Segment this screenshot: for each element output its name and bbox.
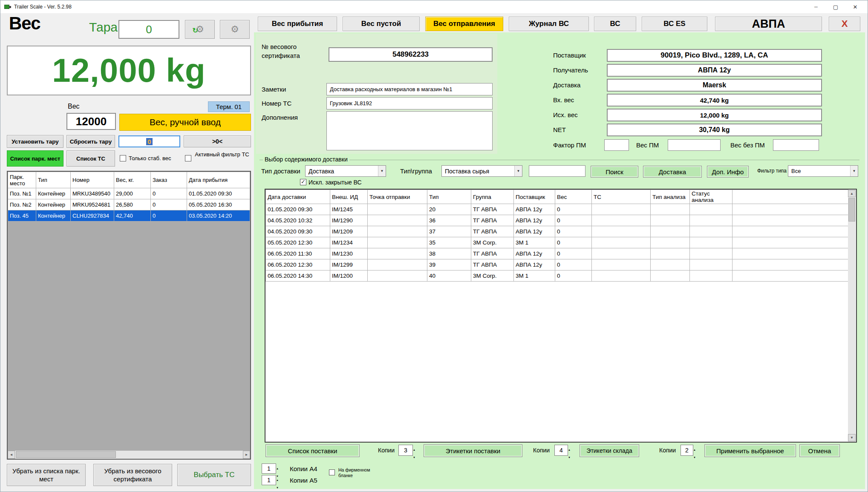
stable-only-checkbox[interactable] bbox=[120, 155, 126, 161]
certificate-number-field[interactable]: 548962233 bbox=[329, 47, 493, 62]
warehouse-labels-button[interactable]: Этикетки склада bbox=[580, 444, 639, 457]
type-filter-select[interactable]: Все bbox=[788, 165, 858, 177]
delivery-type-select[interactable]: Доставка bbox=[305, 165, 386, 177]
type-group-select[interactable]: Поставка сырья bbox=[441, 165, 522, 177]
spin-down-icon[interactable] bbox=[693, 452, 700, 460]
net-field[interactable]: 30,740 kg bbox=[607, 124, 822, 136]
remove-certificate-button[interactable]: Убрать из весового сертификата bbox=[93, 464, 172, 486]
in-weight-field[interactable]: 42,740 kg bbox=[607, 94, 822, 106]
parking-list-button[interactable]: Список парк. мест bbox=[7, 150, 63, 167]
delivery-field[interactable]: Maersk bbox=[607, 79, 822, 92]
manual-weight-button[interactable]: Вес, ручной ввод bbox=[119, 114, 251, 131]
close-icon[interactable] bbox=[845, 0, 865, 13]
minimize-icon[interactable] bbox=[806, 0, 826, 13]
receiver-value: АВПА 12у bbox=[698, 66, 731, 74]
window-title: Trailer Scale - Ver. 5.2.98 bbox=[14, 4, 72, 10]
table-row-selected[interactable]: Поз. 45 Контейнер CLHU2927834 42,740 0 0… bbox=[8, 210, 250, 222]
tab-arrival-weight[interactable]: Вес прибытия bbox=[258, 17, 337, 31]
copies-a4-value: 1 bbox=[262, 463, 276, 474]
cell bbox=[651, 270, 690, 282]
tare-input[interactable]: 0 bbox=[118, 135, 180, 147]
cell: 05.05.2020 12:30 bbox=[266, 237, 330, 248]
tab-departure-weight[interactable]: Вес отправления bbox=[425, 17, 503, 31]
vehicle-number-field[interactable]: Грузовик JL8192 bbox=[326, 97, 493, 109]
calibration-button[interactable] bbox=[185, 20, 215, 39]
chevron-down-icon[interactable] bbox=[514, 166, 522, 176]
copies-a5-value: 1 bbox=[262, 475, 276, 485]
cell bbox=[368, 204, 427, 215]
exclude-closed-checkbox[interactable] bbox=[300, 179, 306, 185]
spin-up-icon[interactable] bbox=[568, 445, 575, 452]
spin-down-icon[interactable] bbox=[568, 452, 575, 460]
scrollbar-thumb[interactable] bbox=[16, 451, 116, 458]
table-row[interactable]: 01.05.2020 09:30 IM/1245 20 ТГ АВПА АВПА… bbox=[266, 204, 848, 215]
remove-parking-button[interactable]: Убрать из списка парк. мест bbox=[7, 464, 86, 486]
table-row[interactable]: 05.05.2020 12:30 IM/1234 35 3M Corp. 3M … bbox=[266, 237, 848, 248]
tab-empty-weight[interactable]: Вес пустой bbox=[343, 17, 420, 31]
scroll-up-icon[interactable] bbox=[848, 190, 856, 197]
copies-a5-stepper[interactable]: 1 bbox=[262, 475, 283, 485]
pm-factor-field[interactable] bbox=[604, 139, 629, 151]
scroll-left-icon[interactable] bbox=[8, 451, 15, 459]
scroll-down-icon[interactable] bbox=[848, 434, 856, 441]
pm-factor-label: Фактор ПМ bbox=[553, 141, 586, 149]
spin-up-icon[interactable] bbox=[276, 475, 283, 483]
select-vehicle-button[interactable]: Выбрать ТС bbox=[177, 464, 251, 486]
spin-up-icon[interactable] bbox=[413, 445, 420, 452]
table-row[interactable]: 06.05.2020 12:30 IM/1299 39 ТГ АВПА АВПА… bbox=[266, 259, 848, 270]
horizontal-scrollbar[interactable] bbox=[8, 451, 250, 459]
table-row[interactable]: 06.05.2020 14:30 IM/1200 40 3M Corp. 3M … bbox=[266, 270, 848, 282]
vertical-scrollbar[interactable] bbox=[848, 190, 856, 441]
copies-a4-stepper[interactable]: 1 bbox=[262, 463, 283, 474]
vehicle-list-button[interactable]: Список ТС bbox=[66, 150, 115, 167]
scroll-right-icon[interactable] bbox=[243, 451, 250, 459]
tab-vs[interactable]: ВС bbox=[594, 17, 636, 31]
chevron-down-icon[interactable] bbox=[850, 166, 858, 176]
zero-button[interactable]: >0< bbox=[184, 135, 251, 147]
cell: АВПА 12у bbox=[514, 226, 555, 237]
copies-stepper-2[interactable]: 4 bbox=[554, 445, 575, 456]
pm-weight-field[interactable] bbox=[668, 139, 721, 151]
tab-close[interactable]: X bbox=[829, 17, 860, 31]
delivery-labels-button[interactable]: Этикетки поставки bbox=[424, 444, 522, 457]
settings-button[interactable] bbox=[220, 20, 250, 39]
spin-up-icon[interactable] bbox=[276, 463, 283, 471]
table-row[interactable]: 06.05.2020 11:30 IM/1230 38 ТГ АВПА АВПА… bbox=[266, 248, 848, 259]
no-pm-weight-field[interactable] bbox=[773, 139, 819, 151]
delivery-list-button[interactable]: Список поставки bbox=[265, 444, 360, 457]
receiver-field[interactable]: АВПА 12у bbox=[607, 64, 822, 77]
copies-stepper-1[interactable]: 3 bbox=[398, 445, 420, 456]
tab-vs-es[interactable]: ВС ES bbox=[642, 17, 707, 31]
col-order: Заказ bbox=[151, 172, 187, 188]
letterhead-checkbox[interactable] bbox=[329, 469, 335, 475]
reset-tare-button[interactable]: Сбросить тару bbox=[66, 135, 115, 148]
search-button[interactable]: Поиск bbox=[591, 166, 638, 178]
active-filter-checkbox[interactable] bbox=[185, 155, 191, 161]
apply-selected-button[interactable]: Применить выбранное bbox=[704, 444, 796, 457]
chevron-down-icon[interactable] bbox=[378, 166, 386, 176]
additions-field[interactable] bbox=[326, 111, 493, 150]
weight-field[interactable]: 12000 bbox=[66, 113, 116, 130]
scrollbar-thumb[interactable] bbox=[848, 198, 855, 222]
cancel-button[interactable]: Отмена bbox=[799, 444, 840, 457]
maximize-icon[interactable] bbox=[826, 0, 845, 13]
tab-journal[interactable]: Журнал ВС bbox=[509, 17, 589, 31]
search-input[interactable] bbox=[529, 165, 585, 177]
out-weight-field[interactable]: 12,000 kg bbox=[607, 109, 822, 121]
tab-avpa[interactable]: АВПА bbox=[715, 17, 822, 31]
copies-stepper-3[interactable]: 2 bbox=[681, 445, 700, 456]
table-row[interactable]: 04.05.2020 09:30 IM/1209 37 ТГ АВПА АВПА… bbox=[266, 226, 848, 237]
col-supplier: Поставщик bbox=[514, 190, 555, 204]
table-row[interactable]: 04.05.2020 10:32 IM/1290 36 ТГ АВПА АВПА… bbox=[266, 215, 848, 226]
spin-down-icon[interactable] bbox=[413, 452, 420, 460]
notes-field[interactable]: Доставка расходных материалов в магазин … bbox=[326, 83, 493, 95]
spin-down-icon[interactable] bbox=[276, 483, 283, 490]
additional-info-button[interactable]: Доп. Инфо bbox=[707, 166, 749, 178]
table-row[interactable]: Поз. №2 Контейнер MRKU9524681 26,580 0 0… bbox=[8, 199, 250, 210]
spin-up-icon[interactable] bbox=[693, 445, 700, 452]
set-tare-button[interactable]: Установить тару bbox=[7, 135, 63, 148]
delivery-button[interactable]: Доставка bbox=[643, 166, 702, 178]
supplier-field[interactable]: 90019, Pico Blvd., 1289, LA, CA bbox=[607, 49, 822, 62]
tare-field[interactable]: 0 bbox=[118, 20, 179, 39]
table-row[interactable]: Поз. №1 Контейнер MRKU3489540 29,000 0 0… bbox=[8, 188, 250, 199]
